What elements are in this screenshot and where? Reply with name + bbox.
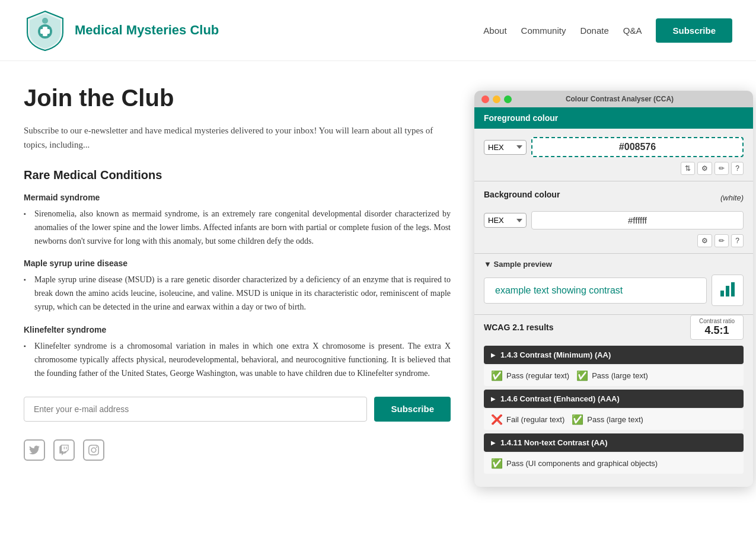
cca-panel: Colour Contrast Analyser (CCA) Foregroun…	[474, 91, 753, 487]
wcag-title: WCAG 2.1 results	[484, 323, 553, 332]
fail-icon-2-regular: ❌	[491, 414, 503, 425]
bg-colour-header-row: Background colour (white)	[484, 190, 744, 205]
intro-text: Subscribe to our e-newsletter and have m…	[24, 123, 451, 152]
bg-white-label: (white)	[720, 193, 744, 202]
twitch-svg	[59, 445, 69, 455]
criterion-label-3: 1.4.11 Non-text Contrast (AA)	[500, 438, 608, 447]
pass-icon-1-large: ✅	[576, 370, 588, 381]
bg-settings-button[interactable]: ⚙	[697, 234, 712, 247]
result-label-2-large: Pass (large text)	[587, 415, 643, 424]
result-1-large: ✅ Pass (large text)	[576, 370, 648, 381]
result-3-ui: ✅ Pass (UI components and graphical obje…	[491, 458, 658, 469]
svg-rect-2	[40, 29, 50, 34]
sample-preview-section: ▼ Sample preview example text showing co…	[474, 254, 753, 314]
condition-item-klinefelter: Klinefelter syndrome is a chromosomal va…	[24, 339, 451, 380]
twitch-icon[interactable]	[53, 439, 75, 461]
criterion-label-2: 1.4.6 Contrast (Enhanced) (AAA)	[500, 394, 620, 403]
chart-icon	[719, 281, 736, 298]
bg-help-button[interactable]: ?	[731, 234, 744, 247]
condition-title-maple: Maple syrup urine disease	[24, 259, 451, 268]
main-nav: About Community Donate Q&A Subscribe	[483, 18, 732, 43]
criterion-arrow-3: ▶	[491, 439, 496, 446]
fg-colour-label: Foreground colour	[484, 113, 558, 123]
contrast-ratio-value: 4.5:1	[704, 324, 729, 336]
nav-about[interactable]: About	[483, 25, 506, 36]
bg-colour-label: Background colour	[484, 190, 560, 199]
cca-titlebar: Colour Contrast Analyser (CCA)	[474, 91, 753, 107]
criterion-1-4-3-results: ✅ Pass (regular text) ✅ Pass (large text…	[484, 365, 744, 386]
condition-title-klinefelter: Klinefelter syndrome	[24, 325, 451, 334]
fg-colour-header: Foreground colour	[474, 107, 753, 129]
result-label-1-regular: Pass (regular text)	[506, 371, 569, 380]
fg-picker-button[interactable]: ✏	[714, 162, 729, 175]
pass-icon-1-regular: ✅	[491, 370, 503, 381]
email-input[interactable]	[24, 397, 367, 422]
condition-list-mermaid: Sirenomelia, also known as mermaid syndr…	[24, 207, 451, 248]
twitter-icon[interactable]	[24, 439, 45, 461]
condition-title-mermaid: Mermaid syndrome	[24, 193, 451, 202]
subscribe-area: Subscribe	[24, 397, 451, 422]
page-title: Join the Club	[24, 85, 451, 111]
pass-icon-3-ui: ✅	[491, 458, 503, 469]
main-content: Join the Club Subscribe to our e-newslet…	[0, 61, 756, 505]
condition-maple: Maple syrup urine disease Maple syrup ur…	[24, 259, 451, 314]
instagram-svg	[88, 445, 99, 455]
preview-chart-button[interactable]	[712, 275, 744, 306]
header-subscribe-button[interactable]: Subscribe	[656, 18, 732, 43]
condition-item-maple: Maple syrup urine disease (MSUD) is a ra…	[24, 273, 451, 314]
result-label-1-large: Pass (large text)	[592, 371, 648, 380]
instagram-icon[interactable]	[83, 439, 104, 461]
criterion-1-4-11[interactable]: ▶ 1.4.11 Non-text Contrast (AA)	[484, 433, 744, 452]
svg-point-3	[42, 18, 48, 24]
condition-mermaid: Mermaid syndrome Sirenomelia, also known…	[24, 193, 451, 248]
criterion-arrow-1: ▶	[491, 352, 496, 358]
result-2-large: ✅ Pass (large text)	[572, 414, 643, 425]
result-label-2-regular: Fail (regular text)	[506, 415, 564, 424]
site-header: Medical Mysteries Club About Community D…	[0, 0, 756, 61]
criterion-1-4-11-results: ✅ Pass (UI components and graphical obje…	[484, 453, 744, 474]
nav-community[interactable]: Community	[521, 25, 566, 36]
svg-rect-6	[731, 282, 735, 296]
condition-list-klinefelter: Klinefelter syndrome is a chromosomal va…	[24, 339, 451, 380]
condition-klinefelter: Klinefelter syndrome Klinefelter syndrom…	[24, 325, 451, 380]
social-icons	[24, 439, 451, 461]
fg-hex-input[interactable]	[531, 137, 744, 157]
criterion-1-4-6[interactable]: ▶ 1.4.6 Contrast (Enhanced) (AAA)	[484, 390, 744, 408]
bg-tools: ⚙ ✏ ?	[484, 234, 744, 247]
fg-tools: ⇅ ⚙ ✏ ?	[484, 162, 744, 175]
result-1-regular: ✅ Pass (regular text)	[491, 370, 569, 381]
preview-content: example text showing contrast	[484, 275, 744, 306]
bg-picker-button[interactable]: ✏	[714, 234, 729, 247]
page-content: Join the Club Subscribe to our e-newslet…	[24, 85, 451, 481]
logo-icon	[24, 9, 66, 52]
nav-donate[interactable]: Donate	[580, 25, 608, 36]
fg-swap-button[interactable]: ⇅	[681, 162, 695, 175]
titlebar-close-button[interactable]	[481, 95, 489, 103]
criterion-arrow-2: ▶	[491, 396, 496, 402]
bg-colour-row: HEX RGB HSL	[484, 211, 744, 229]
bg-format-select[interactable]: HEX RGB HSL	[484, 213, 527, 228]
site-title: Medical Mysteries Club	[75, 23, 219, 38]
bg-colour-section: Background colour (white) HEX RGB HSL ⚙ …	[474, 181, 753, 253]
subscribe-button[interactable]: Subscribe	[374, 397, 451, 422]
condition-list-maple: Maple syrup urine disease (MSUD) is a ra…	[24, 273, 451, 314]
contrast-ratio-label: Contrast ratio	[699, 318, 735, 324]
section-title: Rare Medical Conditions	[24, 168, 451, 182]
fg-colour-section: HEX RGB HSL ⇅ ⚙ ✏ ?	[474, 129, 753, 181]
svg-rect-4	[720, 291, 724, 296]
fg-help-button[interactable]: ?	[731, 162, 744, 175]
result-label-3-ui: Pass (UI components and graphical object…	[506, 459, 658, 468]
fg-settings-button[interactable]: ⚙	[697, 162, 712, 175]
twitter-svg	[29, 445, 40, 455]
logo-area: Medical Mysteries Club	[24, 9, 219, 52]
bg-hex-input[interactable]	[531, 211, 744, 229]
wcag-results-section: WCAG 2.1 results Contrast ratio 4.5:1 ▶ …	[474, 315, 753, 487]
wcag-header: WCAG 2.1 results Contrast ratio 4.5:1	[484, 315, 744, 340]
nav-qa[interactable]: Q&A	[623, 25, 642, 36]
svg-rect-5	[726, 286, 729, 296]
fg-format-select[interactable]: HEX RGB HSL	[484, 140, 527, 155]
pass-icon-2-large: ✅	[572, 414, 583, 425]
criterion-1-4-3[interactable]: ▶ 1.4.3 Contrast (Minimum) (AA)	[484, 346, 744, 364]
preview-header[interactable]: ▼ Sample preview	[484, 260, 744, 269]
contrast-ratio-box: Contrast ratio 4.5:1	[690, 315, 744, 340]
